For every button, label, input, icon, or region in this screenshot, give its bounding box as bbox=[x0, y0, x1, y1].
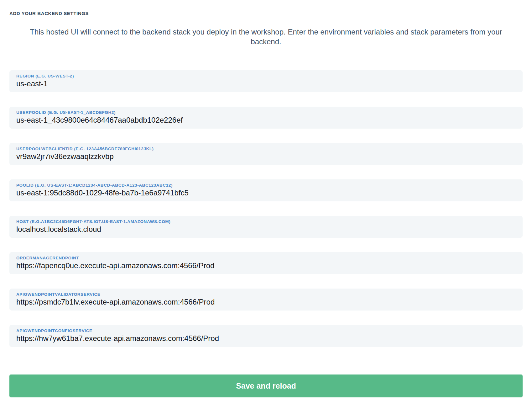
field-apigwendpointvalidatorservice-label: APIGWENDPOINTVALIDATORSERVICE bbox=[16, 292, 516, 297]
field-userpoolid: USERPOOLID (E.G. US-EAST-1_ABCDEFGH2) bbox=[9, 107, 523, 129]
field-userpoolwebclientid-input[interactable] bbox=[16, 152, 516, 161]
field-poolid-label: POOLID (E.G. US-EAST-1:ABCD1234-ABCD-ABC… bbox=[16, 183, 516, 188]
field-userpoolid-label: USERPOOLID (E.G. US-EAST-1_ABCDEFGH2) bbox=[16, 110, 516, 115]
field-apigwendpointconfigservice-label: APIGWENDPOINTCONFIGSERVICE bbox=[16, 328, 516, 333]
intro-text: This hosted UI will connect to the backe… bbox=[22, 27, 510, 46]
field-region: REGION (E.G. US-WEST-2) bbox=[9, 70, 523, 92]
field-userpoolwebclientid-label: USERPOOLWEBCLIENTID (E.G. 123A456BCDE789… bbox=[16, 146, 516, 151]
backend-settings-page: ADD YOUR BACKEND SETTINGS This hosted UI… bbox=[0, 0, 532, 409]
field-userpoolid-input[interactable] bbox=[16, 116, 516, 125]
field-userpoolwebclientid: USERPOOLWEBCLIENTID (E.G. 123A456BCDE789… bbox=[9, 143, 523, 165]
field-ordermanagerendpoint-label: ORDERMANAGERENDPOINT bbox=[16, 256, 516, 260]
field-host-label: HOST (E.G.A1BC2C45D6FGH7-ATS.IOT.US-EAST… bbox=[16, 219, 516, 224]
field-apigwendpointvalidatorservice: APIGWENDPOINTVALIDATORSERVICE bbox=[9, 289, 523, 311]
field-region-input[interactable] bbox=[16, 79, 516, 88]
field-host: HOST (E.G.A1BC2C45D6FGH7-ATS.IOT.US-EAST… bbox=[9, 216, 523, 238]
field-ordermanagerendpoint: ORDERMANAGERENDPOINT bbox=[9, 252, 523, 274]
field-host-input[interactable] bbox=[16, 225, 516, 234]
field-poolid-input[interactable] bbox=[16, 189, 516, 197]
save-and-reload-button[interactable]: Save and reload bbox=[9, 374, 523, 397]
field-poolid: POOLID (E.G. US-EAST-1:ABCD1234-ABCD-ABC… bbox=[9, 179, 523, 201]
field-apigwendpointconfigservice-input[interactable] bbox=[16, 334, 516, 343]
field-apigwendpointvalidatorservice-input[interactable] bbox=[16, 298, 516, 306]
field-apigwendpointconfigservice: APIGWENDPOINTCONFIGSERVICE bbox=[9, 325, 523, 347]
field-region-label: REGION (E.G. US-WEST-2) bbox=[16, 74, 516, 78]
page-title: ADD YOUR BACKEND SETTINGS bbox=[9, 11, 523, 16]
settings-form: REGION (E.G. US-WEST-2) USERPOOLID (E.G.… bbox=[9, 70, 523, 347]
field-ordermanagerendpoint-input[interactable] bbox=[16, 261, 516, 270]
